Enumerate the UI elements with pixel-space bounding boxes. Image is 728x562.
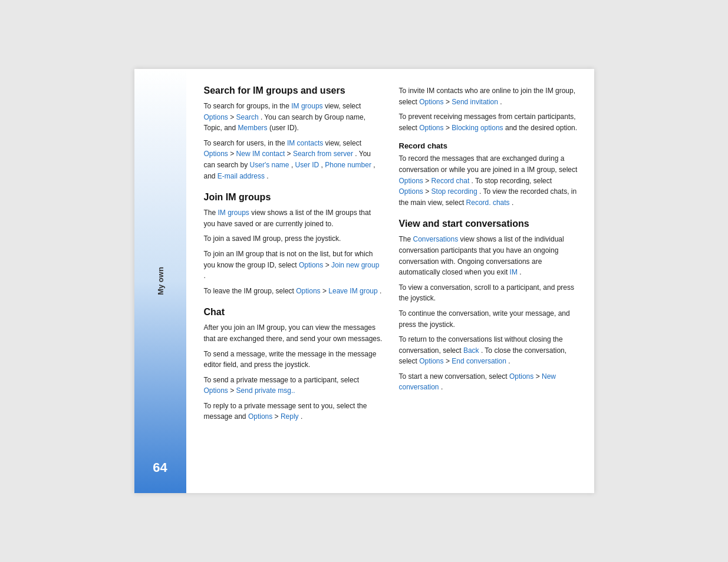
- section1-heading: Search for IM groups and users: [204, 85, 383, 96]
- options-link-3[interactable]: Options: [299, 261, 323, 269]
- conversations-para1: The Conversations view shows a list of t…: [399, 234, 578, 277]
- options-link-12[interactable]: Options: [509, 372, 533, 381]
- right-column: To invite IM contacts who are online to …: [399, 85, 578, 477]
- left-column: Search for IM groups and users To search…: [204, 85, 383, 477]
- im-contacts-link[interactable]: IM contacts: [287, 139, 323, 147]
- section1-para1: To search for groups, in the IM groups v…: [204, 101, 383, 134]
- options-link-4[interactable]: Options: [296, 287, 320, 295]
- conversations-para5: To start a new conversation, select Opti…: [399, 371, 578, 393]
- record-chats-link[interactable]: Record. chats: [466, 199, 510, 207]
- section3-heading: Chat: [204, 307, 383, 318]
- section2-para4: To leave the IM group, select Options > …: [204, 286, 383, 297]
- users-name-link[interactable]: User's name: [250, 161, 289, 169]
- members-link[interactable]: Members: [238, 124, 268, 132]
- page-container: My own 64 Search for IM groups and users…: [134, 69, 594, 493]
- email-address-link[interactable]: E-mail address: [218, 172, 265, 180]
- section3-para4: To reply to a private message sent to yo…: [204, 401, 383, 422]
- conversations-link[interactable]: Conversations: [413, 235, 459, 243]
- section2-para3: To join an IM group that is not on the l…: [204, 249, 383, 282]
- record-chat-link[interactable]: Record chat: [431, 177, 470, 185]
- back-link[interactable]: Back: [463, 346, 479, 355]
- content-area: Search for IM groups and users To search…: [186, 69, 594, 493]
- right-para1: To invite IM contacts who are online to …: [399, 85, 578, 107]
- section2-heading: Join IM groups: [204, 192, 383, 203]
- blocking-options-link[interactable]: Blocking options: [452, 124, 503, 132]
- search-from-server-link[interactable]: Search from server: [293, 150, 353, 158]
- options-link-9[interactable]: Options: [399, 177, 423, 185]
- search-link-1[interactable]: Search: [236, 113, 259, 121]
- conversations-para3: To continue the conversation, write your…: [399, 308, 578, 330]
- reply-link[interactable]: Reply: [281, 412, 299, 421]
- sidebar-label: My own: [156, 267, 164, 295]
- conversations-para2: To view a conversation, scroll to a part…: [399, 282, 578, 304]
- join-new-group-link[interactable]: Join new group: [331, 261, 379, 269]
- section2-para2: To join a saved IM group, press the joys…: [204, 233, 383, 244]
- send-private-msg-link[interactable]: Send private msg..: [236, 386, 295, 395]
- im-groups-link-2[interactable]: IM groups: [218, 209, 249, 217]
- options-link-7[interactable]: Options: [419, 98, 443, 106]
- right-para2: To prevent receiving messages from certa…: [399, 111, 578, 133]
- end-conversation-link[interactable]: End conversation: [452, 357, 506, 365]
- section1-para2: To search for users, in the IM contacts …: [204, 138, 383, 181]
- phone-number-link[interactable]: Phone number: [325, 161, 371, 169]
- options-link-8[interactable]: Options: [419, 124, 443, 132]
- new-im-contact-link[interactable]: New IM contact: [236, 150, 285, 158]
- send-invitation-link[interactable]: Send invitation: [452, 98, 498, 106]
- leave-im-group-link[interactable]: Leave IM group: [328, 287, 377, 295]
- sidebar: My own 64: [134, 69, 186, 493]
- options-link-6[interactable]: Options: [248, 412, 272, 421]
- section2-para1: The IM groups view shows a list of the I…: [204, 207, 383, 229]
- view-start-heading: View and start conversations: [399, 219, 578, 229]
- options-link-1[interactable]: Options: [204, 113, 228, 121]
- record-chats-heading: Record chats: [399, 141, 578, 150]
- stop-recording-link[interactable]: Stop recording: [431, 187, 477, 196]
- section3-para2: To send a message, write the message in …: [204, 349, 383, 371]
- section3-para3: To send a private message to a participa…: [204, 375, 383, 396]
- options-link-10[interactable]: Options: [399, 187, 423, 196]
- options-link-2[interactable]: Options: [204, 150, 228, 158]
- im-link[interactable]: IM: [510, 268, 518, 276]
- options-link-11[interactable]: Options: [419, 357, 443, 365]
- record-chats-para: To record the messages that are exchange…: [399, 153, 578, 208]
- options-link-5[interactable]: Options: [204, 386, 228, 395]
- im-groups-link-1[interactable]: IM groups: [291, 102, 322, 110]
- page-number: 64: [153, 460, 167, 475]
- conversations-para4: To return to the conversations list with…: [399, 334, 578, 367]
- user-id-link[interactable]: User ID: [295, 161, 319, 169]
- section3-para1: After you join an IM group, you can view…: [204, 322, 383, 344]
